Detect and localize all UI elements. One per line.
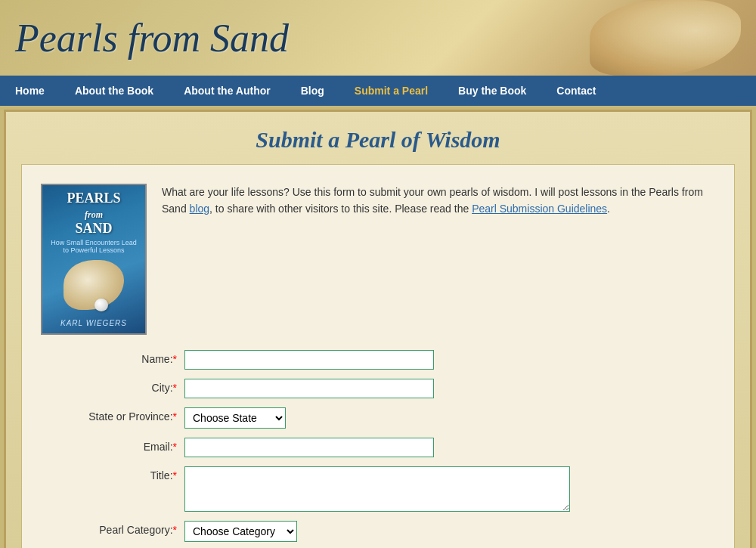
intro-section: PEARLS from SAND How Small Encounters Le… <box>41 184 715 335</box>
banner: Pearls from Sand <box>0 0 756 76</box>
intro-text-end: . <box>607 203 610 215</box>
nav-about-book[interactable]: About the Book <box>60 76 169 106</box>
title-textarea[interactable] <box>184 466 570 512</box>
email-label: Email:* <box>41 438 184 453</box>
guidelines-link[interactable]: Pearl Submission Guidelines <box>472 203 607 215</box>
name-row: Name:* <box>41 350 715 370</box>
book-cover: PEARLS from SAND How Small Encounters Le… <box>41 184 147 335</box>
nav-home[interactable]: Home <box>0 76 60 106</box>
navbar: Home About the Book About the Author Blo… <box>0 76 756 106</box>
book-cover-subtitle: How Small Encounters Lead to Powerful Le… <box>48 239 139 254</box>
name-input[interactable] <box>184 350 434 370</box>
site-title: Pearls from Sand <box>15 16 289 60</box>
banner-decoration <box>590 0 741 76</box>
content-area: PEARLS from SAND How Small Encounters Le… <box>21 164 735 548</box>
name-label: Name:* <box>41 350 184 365</box>
state-label: State or Province:* <box>41 407 184 423</box>
page-wrapper: Submit a Pearl of Wisdom PEARLS from SAN… <box>4 110 752 548</box>
submission-form: Name:* City:* State or Province:* Choose… <box>41 350 715 548</box>
city-input[interactable] <box>184 379 434 398</box>
book-cover-title: PEARLS from SAND <box>67 191 120 236</box>
book-cover-pearl-image <box>94 299 108 311</box>
state-select[interactable]: Choose StateAlabamaAlaskaArizonaArkansas… <box>184 407 286 429</box>
nav-about-author[interactable]: About the Author <box>169 76 286 106</box>
category-label: Pearl Category:* <box>41 521 184 536</box>
nav-contact[interactable]: Contact <box>541 76 611 106</box>
intro-text: What are your life lessons? Use this for… <box>162 184 715 335</box>
state-row: State or Province:* Choose StateAlabamaA… <box>41 407 715 429</box>
nav-submit-pearl[interactable]: Submit a Pearl <box>339 76 443 106</box>
title-label: Title:* <box>41 466 184 481</box>
city-row: City:* <box>41 379 715 398</box>
nav-blog[interactable]: Blog <box>286 76 339 106</box>
category-select[interactable]: Choose CategoryRelationshipsWork & Caree… <box>184 521 297 542</box>
book-cover-author: KARL WIEGERS <box>60 319 127 327</box>
nav-buy-book[interactable]: Buy the Book <box>443 76 541 106</box>
email-input[interactable] <box>184 438 434 457</box>
blog-link[interactable]: blog <box>190 203 209 215</box>
book-cover-shell-image <box>64 260 124 310</box>
intro-text-after-blog: , to share with other visitors to this s… <box>209 203 472 215</box>
city-label: City:* <box>41 379 184 394</box>
page-heading: Submit a Pearl of Wisdom <box>6 112 750 164</box>
title-row: Title:* <box>41 466 715 512</box>
category-row: Pearl Category:* Choose CategoryRelation… <box>41 521 715 542</box>
email-row: Email:* <box>41 438 715 457</box>
